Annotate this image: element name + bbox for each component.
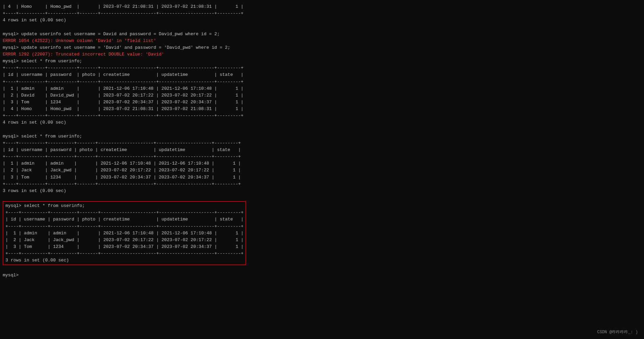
section-select1: mysql> select * from userinfo; +----+---…	[3, 58, 641, 126]
blank3	[3, 194, 641, 201]
select2-rowcount: 3 rows in set (0.00 sec)	[3, 188, 641, 194]
blank4	[3, 265, 641, 272]
cmd-update2: mysql> update userinfo set username = 'D…	[3, 44, 641, 51]
blank1	[3, 24, 641, 30]
top-table-rowcount: 4 rows in set (0.00 sec)	[3, 17, 641, 24]
select3-rowcount: 3 rows in set (0.00 sec)	[5, 257, 243, 264]
watermark-text: CSDN @咋咋咋咋_: )	[597, 329, 638, 335]
error2: ERROR 1292 (22007): Truncated incorrect …	[3, 51, 641, 58]
final-prompt[interactable]: mysql>	[3, 272, 641, 279]
table2: +----+----------+----------+-------+----…	[3, 140, 641, 188]
blank2	[3, 126, 641, 133]
select1-rowcount: 4 rows in set (0.00 sec)	[3, 119, 641, 126]
section-select3-highlighted: mysql> select * from userinfo; +----+---…	[3, 201, 641, 265]
cmd-update1: mysql> update userinfo set username = Da…	[3, 31, 641, 38]
cmd-select3: mysql> select * from userinfo;	[5, 203, 243, 209]
error1: ERROR 1054 (42S22): Unknown column 'Davi…	[3, 38, 641, 44]
top-table-row4: | 4 | Homo | Homo_pwd | | 2023-07-02 21:…	[3, 3, 641, 10]
section-update-errors: mysql> update userinfo set username = Da…	[3, 31, 641, 58]
section-top-table: | 4 | Homo | Homo_pwd | | 2023-07-02 21:…	[3, 3, 641, 24]
terminal: | 4 | Homo | Homo_pwd | | 2023-07-02 21:…	[0, 0, 644, 282]
cmd-select1: mysql> select * from userinfo;	[3, 58, 641, 65]
highlighted-block: mysql> select * from userinfo; +----+---…	[3, 201, 246, 265]
section-select2: mysql> select * from userinfo; +----+---…	[3, 133, 641, 194]
table3: +----+----------+----------+-------+----…	[5, 209, 243, 257]
table1: +----+----------+-----------+-------+---…	[3, 65, 641, 119]
top-table-border-bottom: +----+----------+-----------+-------+---…	[3, 10, 641, 17]
cmd-select2: mysql> select * from userinfo;	[3, 133, 641, 140]
